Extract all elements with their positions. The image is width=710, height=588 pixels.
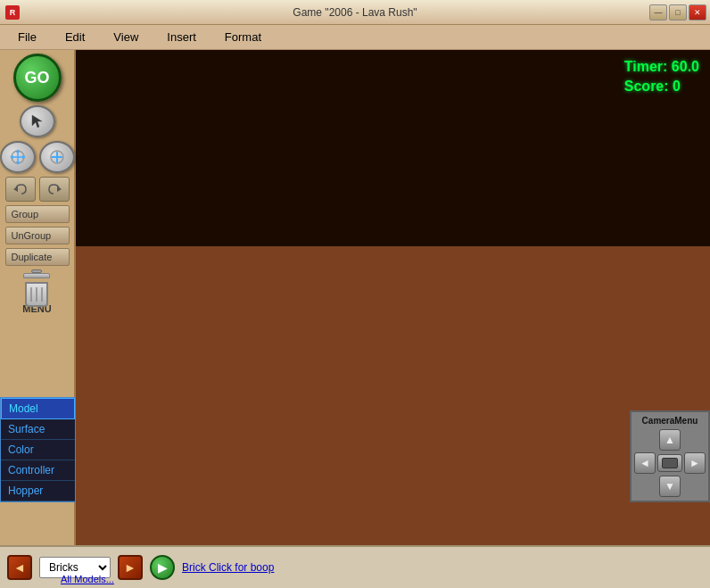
title-bar: R Game "2006 - Lava Rush" — □ ✕ xyxy=(0,0,710,25)
game-bottom-area xyxy=(76,246,710,545)
svg-marker-0 xyxy=(32,115,42,128)
play-button[interactable]: ▶ xyxy=(150,555,175,580)
game-top-area xyxy=(76,50,710,246)
svg-marker-11 xyxy=(13,186,18,192)
main-layout: GO xyxy=(0,50,710,545)
timer-score-display: Timer: 60.0 Score: 0 xyxy=(624,57,699,97)
panel-item-model[interactable]: Model xyxy=(1,398,75,419)
minimize-button[interactable]: — xyxy=(649,4,667,21)
maximize-button[interactable]: □ xyxy=(669,4,687,21)
menu-file[interactable]: File xyxy=(4,29,51,46)
timer-display: Timer: 60.0 xyxy=(624,57,699,77)
svg-marker-12 xyxy=(57,186,62,192)
add-tool[interactable] xyxy=(39,141,75,173)
panel-item-controller[interactable]: Controller xyxy=(1,460,75,481)
menu-format[interactable]: Format xyxy=(211,29,276,46)
group-button[interactable]: Group xyxy=(5,205,70,223)
properties-panel: Model Surface Color Controller Hopper xyxy=(0,397,76,502)
camera-down-button[interactable]: ▼ xyxy=(659,476,681,497)
camera-menu-label: CameraMenu xyxy=(642,416,698,426)
ungroup-button[interactable]: UnGroup xyxy=(5,227,70,244)
camera-center-button[interactable] xyxy=(657,454,682,472)
menu-insert[interactable]: Insert xyxy=(153,29,211,46)
panel-item-surface[interactable]: Surface xyxy=(1,419,75,440)
window-title: Game "2006 - Lava Rush" xyxy=(293,6,417,19)
redo-button[interactable] xyxy=(39,177,70,202)
brick-info-link[interactable]: Brick Click for boop xyxy=(182,561,274,574)
window-controls: — □ ✕ xyxy=(649,4,706,21)
prev-arrow-button[interactable]: ◄ xyxy=(7,555,32,580)
app-icon: R xyxy=(5,5,20,20)
close-button[interactable]: ✕ xyxy=(689,4,706,21)
duplicate-button[interactable]: Duplicate xyxy=(5,248,70,266)
camera-up-button[interactable]: ▲ xyxy=(659,429,681,451)
panel-item-color[interactable]: Color xyxy=(1,440,75,460)
menu-bar: File Edit View Insert Format xyxy=(0,25,710,50)
camera-left-button[interactable]: ◄ xyxy=(634,452,656,474)
bottom-bar: ◄ Bricks ► ▶ Brick Click for boop All Mo… xyxy=(0,545,710,588)
game-canvas[interactable]: Timer: 60.0 Score: 0 xyxy=(76,50,710,545)
go-button[interactable]: GO xyxy=(13,54,62,102)
move-tool[interactable] xyxy=(0,141,36,173)
score-display: Score: 0 xyxy=(624,77,699,96)
next-arrow-button[interactable]: ► xyxy=(118,555,143,580)
camera-right-button[interactable]: ► xyxy=(684,452,706,474)
menu-edit[interactable]: Edit xyxy=(51,29,99,46)
camera-menu: CameraMenu ▲ ◄ ► ▼ xyxy=(630,410,710,502)
panel-item-hopper[interactable]: Hopper xyxy=(1,481,75,501)
select-tool[interactable] xyxy=(20,105,55,137)
menu-view[interactable]: View xyxy=(99,29,153,46)
menu-button[interactable]: MENU xyxy=(22,269,51,314)
undo-button[interactable] xyxy=(5,177,36,202)
all-models-link[interactable]: All Models... xyxy=(61,574,114,584)
